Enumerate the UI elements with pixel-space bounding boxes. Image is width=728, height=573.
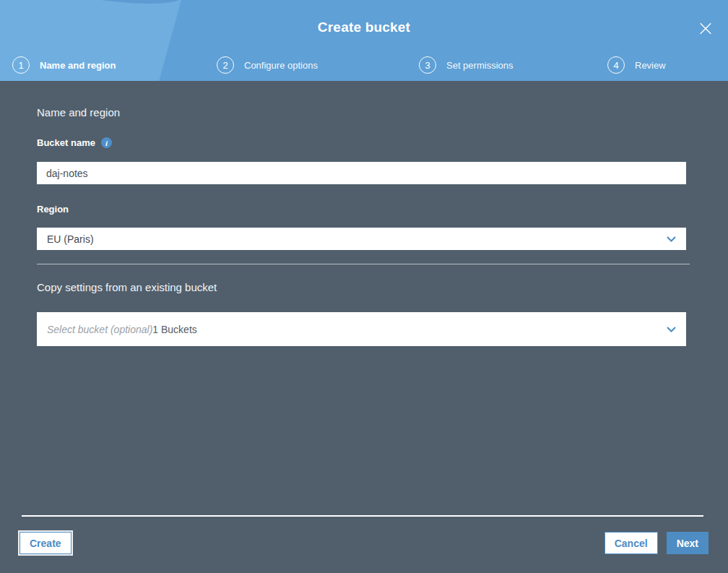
bucket-select-text: Select bucket (optional)1 Buckets — [47, 323, 197, 336]
step-4-circle: 4 — [607, 56, 625, 74]
footer-actions: Cancel Next — [604, 532, 708, 554]
modal-title: Create bucket — [0, 20, 728, 35]
close-button[interactable] — [695, 17, 716, 39]
section-heading-copy-settings: Copy settings from an existing bucket — [37, 281, 217, 293]
bucket-name-label-text: Bucket name — [37, 137, 95, 148]
step-name-and-region[interactable]: 1 Name and region — [12, 56, 217, 74]
modal-header: Create bucket 1 Name and region 2 Config… — [0, 0, 728, 81]
step-4-label: Review — [635, 60, 666, 71]
step-review[interactable]: 4 Review — [607, 56, 666, 74]
info-icon[interactable]: i — [101, 137, 112, 148]
step-2-circle: 2 — [217, 56, 234, 74]
region-label: Region — [37, 204, 69, 215]
create-button[interactable]: Create — [20, 532, 72, 554]
modal-body: Name and region Bucket name i Region EU … — [0, 81, 728, 573]
footer-divider — [22, 515, 703, 517]
section-divider — [37, 264, 690, 264]
step-1-label: Name and region — [40, 60, 116, 71]
step-2-label: Configure options — [244, 60, 318, 71]
chevron-down-icon — [667, 327, 676, 332]
step-3-label: Set permissions — [446, 60, 513, 71]
bucket-select-count: 1 Buckets — [152, 324, 196, 335]
bucket-name-input[interactable] — [37, 162, 686, 184]
cancel-button[interactable]: Cancel — [604, 532, 658, 554]
chevron-down-icon — [667, 236, 676, 242]
next-button[interactable]: Next — [667, 532, 708, 554]
bucket-select-placeholder: Select bucket (optional) — [47, 324, 152, 335]
copy-settings-bucket-select[interactable]: Select bucket (optional)1 Buckets — [37, 312, 686, 346]
close-icon — [699, 21, 712, 36]
region-select-value: EU (Paris) — [47, 233, 94, 245]
step-3-circle: 3 — [419, 56, 436, 74]
step-configure-options[interactable]: 2 Configure options — [217, 56, 419, 74]
wizard-steps: 1 Name and region 2 Configure options 3 … — [12, 56, 666, 74]
create-bucket-modal: Create bucket 1 Name and region 2 Config… — [0, 0, 728, 573]
step-1-circle: 1 — [12, 56, 30, 74]
bucket-name-label: Bucket name i — [37, 137, 112, 148]
step-set-permissions[interactable]: 3 Set permissions — [419, 56, 607, 74]
section-heading-name-and-region: Name and region — [37, 106, 120, 119]
region-select[interactable]: EU (Paris) — [37, 228, 686, 250]
